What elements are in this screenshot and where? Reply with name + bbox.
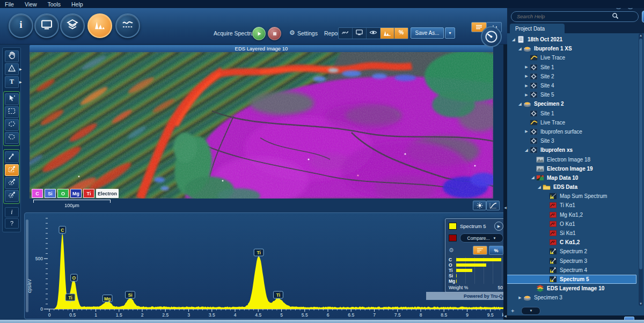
report-eye-button[interactable] xyxy=(367,28,380,39)
flyout-arrow-icon[interactable]: ▶ xyxy=(19,67,22,71)
tree-item-c-k-1-2[interactable]: C Kα1,2 xyxy=(507,238,644,247)
tree-item-site-1[interactable]: ▶Site 1 xyxy=(507,63,644,72)
tree-item-ibuprofen-surface[interactable]: ▶Ibuprofen surface xyxy=(507,127,644,136)
tree-item-ibuprofen-xs[interactable]: ◢Ibuprofen xs xyxy=(507,145,644,155)
tree-footer-dropdown[interactable]: ▼ xyxy=(521,307,540,315)
contrast-curve-button[interactable] xyxy=(486,201,500,210)
ellipse-select-tool[interactable] xyxy=(5,119,19,131)
freehand-spectrum-tool[interactable] xyxy=(5,190,19,202)
report-signature-button[interactable] xyxy=(339,28,353,39)
tree-item-spectrum-2[interactable]: Spectrum 2 xyxy=(507,247,644,256)
element-chip-c[interactable]: C xyxy=(32,189,43,198)
expander-icon[interactable]: ◢ xyxy=(536,185,543,189)
help-button[interactable]: ? xyxy=(642,11,644,23)
ellipse-spectrum-tool[interactable] xyxy=(5,177,19,189)
brightness-button[interactable] xyxy=(473,201,486,210)
tree-item-specimen-2[interactable]: ◢Specimen 2 xyxy=(507,99,644,108)
element-chip-si[interactable]: Si xyxy=(45,189,56,198)
info-view-button[interactable]: i xyxy=(9,13,33,38)
expander-icon[interactable]: ▶ xyxy=(523,65,530,69)
tree-item-ti-k-1[interactable]: Ti Kα1 xyxy=(507,201,644,210)
expander-icon[interactable]: ▶ xyxy=(517,296,523,300)
search-icon[interactable] xyxy=(612,12,619,19)
element-chip-ti[interactable]: Ti xyxy=(83,189,94,198)
tree-item-live-trace[interactable]: Live Trace xyxy=(507,118,644,127)
rectangle-spectrum-tool[interactable] xyxy=(5,164,19,176)
tree-item-spectrum-5[interactable]: Spectrum 5 xyxy=(507,275,644,284)
tree-filter-icon[interactable]: ✦ xyxy=(510,308,515,314)
tree-item-spectrum-3[interactable]: Spectrum 3 xyxy=(507,256,644,266)
tree-item-mg-k-1-2[interactable]: Mg Kα1,2 xyxy=(507,210,644,219)
linescan-view-button[interactable] xyxy=(115,13,140,38)
element-chip-mg[interactable]: Mg xyxy=(70,189,82,198)
report-chart-button[interactable] xyxy=(380,28,394,39)
expander-icon[interactable]: ▶ xyxy=(523,129,530,134)
tree-item-18th-oct-2021[interactable]: ◢18th Oct 2021 xyxy=(507,35,644,44)
project-data-tab[interactable]: Project Data xyxy=(510,24,565,33)
scroll-down-icon[interactable]: ▼ xyxy=(639,302,643,305)
expander-icon[interactable]: ◢ xyxy=(510,38,517,42)
tree-scrollbar[interactable]: ▲ ▼ xyxy=(639,33,643,306)
display-view-button[interactable] xyxy=(34,13,59,38)
point-select-tool[interactable] xyxy=(5,93,19,105)
collapse-left-icon[interactable]: ◀ xyxy=(503,205,507,209)
menu-item-tools[interactable]: Tools xyxy=(43,1,66,8)
tree-item-site-2[interactable]: ▶Site 2 xyxy=(507,72,644,81)
acquire-play-button[interactable] xyxy=(252,27,266,40)
panel-splitter[interactable]: ◀ ◀ xyxy=(503,8,507,323)
menu-item-help[interactable]: Help xyxy=(67,1,88,8)
tree-item-site-1[interactable]: Site 1 xyxy=(507,109,644,118)
tree-item-ibuprofen-1-xs[interactable]: ◢Ibuprofen 1 XS xyxy=(507,44,644,53)
measure-tool[interactable]: ▶ xyxy=(5,63,19,75)
menu-item-file[interactable]: File xyxy=(0,1,19,8)
expander-icon[interactable]: ◢ xyxy=(523,148,530,152)
percent-toggle[interactable]: % xyxy=(489,246,503,255)
expander-icon[interactable]: ▶ xyxy=(523,74,530,78)
tree-item-eds-data[interactable]: ◢EDS Data xyxy=(507,182,644,192)
performance-gauge[interactable] xyxy=(481,26,502,47)
tree-item-spectrum-4[interactable]: Spectrum 4 xyxy=(507,266,644,275)
pan-tool[interactable] xyxy=(5,50,19,62)
report-display-button[interactable] xyxy=(353,28,367,39)
legend-settings-gear-icon[interactable]: ⚙ xyxy=(449,247,473,254)
freehand-select-tool[interactable] xyxy=(5,132,19,144)
info-tool[interactable]: i xyxy=(5,207,19,217)
tree-item-site-5[interactable]: ▶Site 5 xyxy=(507,90,644,99)
save-as-dropdown[interactable]: ▼ xyxy=(445,27,455,39)
spectrum-view-button[interactable] xyxy=(87,13,112,38)
eds-spectrum-chart[interactable]: 00.511.522.533.544.555.566.577.588.599.5… xyxy=(25,213,505,319)
tree-item-specimen-3[interactable]: ▶Specimen 3 xyxy=(507,293,644,302)
rectangle-select-tool[interactable] xyxy=(5,106,19,118)
compare-dropdown[interactable]: Compare... ▼ xyxy=(460,233,503,243)
collapse-left-icon-2[interactable]: ◀ xyxy=(503,314,507,318)
tree-item-o-k-1[interactable]: O Kα1 xyxy=(507,219,644,229)
tree-item-live-trace[interactable]: Live Trace xyxy=(507,53,644,62)
settings-button[interactable]: Settings xyxy=(297,30,318,36)
menu-item-view[interactable]: View xyxy=(20,1,42,8)
tree-item-site-4[interactable]: ▶Site 4 xyxy=(507,81,644,90)
tree-item-site-3[interactable]: Site 3 xyxy=(507,136,644,145)
tree-item-map-sum-spectrum[interactable]: Map Sum Spectrum xyxy=(507,192,644,201)
save-as-button[interactable]: Save As... xyxy=(411,27,444,39)
expander-icon[interactable]: ◢ xyxy=(530,175,536,180)
tree-item-electron-image-18[interactable]: Electron Image 18 xyxy=(507,155,644,164)
expander-icon[interactable]: ◢ xyxy=(517,102,523,106)
element-chip-o[interactable]: O xyxy=(57,189,69,198)
expander-icon[interactable]: ▶ xyxy=(523,84,530,88)
expander-icon[interactable]: ▶ xyxy=(523,93,530,97)
eds-layered-map-image[interactable] xyxy=(30,52,493,199)
tree-item-electron-image-19[interactable]: Electron Image 19 xyxy=(507,164,644,173)
tree-scroll-thumb[interactable] xyxy=(639,39,642,269)
acquire-stop-button[interactable] xyxy=(268,27,281,40)
flyout-arrow-icon[interactable]: ▶ xyxy=(19,80,22,84)
legend-expand-button[interactable]: ▶ xyxy=(494,222,503,231)
scroll-up-icon[interactable]: ▲ xyxy=(639,34,643,37)
search-help-input[interactable] xyxy=(511,11,639,22)
text-tool[interactable]: T▶ xyxy=(5,76,19,88)
tree-item-map-data-10[interactable]: ◢Map Data 10 xyxy=(507,173,644,182)
tree-item-eds-layered-image-10[interactable]: EDS Layered Image 10 xyxy=(507,284,644,293)
report-percent-button[interactable]: % xyxy=(394,28,408,39)
quant-bars-toggle[interactable] xyxy=(473,246,487,255)
point-spectrum-tool[interactable] xyxy=(5,151,19,163)
tree-item-si-k-1[interactable]: Si Kα1 xyxy=(507,229,644,238)
